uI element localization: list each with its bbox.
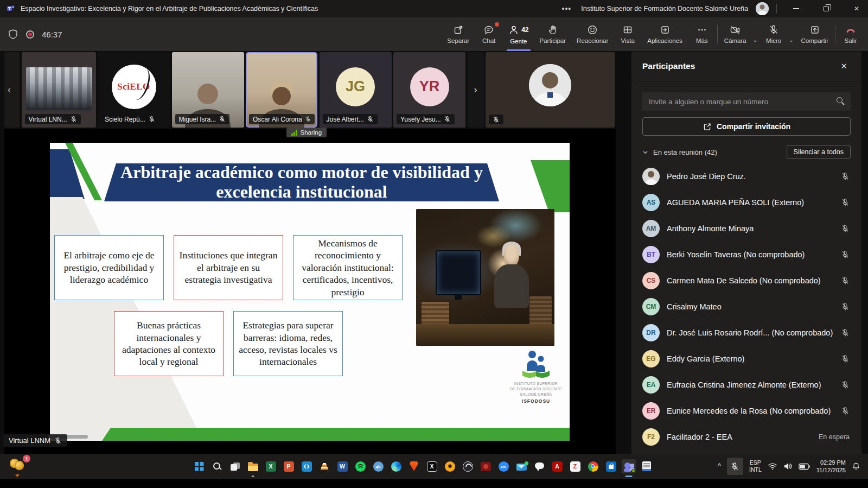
chrome-icon[interactable]: [586, 459, 600, 473]
logo-acronym: ISFODOSU: [502, 398, 570, 404]
video-tile-scielo[interactable]: SciELO Scielo Repú...: [98, 52, 170, 128]
tile-name-label: Scielo Repú...: [105, 116, 145, 123]
mic-off-icon: [493, 116, 500, 123]
participant-row[interactable]: ER Eunice Mercedes de la Rosa (No compro…: [631, 398, 861, 424]
teams-app-icon: [7, 4, 15, 13]
participant-row[interactable]: AS AGUEDA MARIA PEÑA SOLI (Externo): [631, 189, 861, 216]
windows-start-icon[interactable]: [192, 459, 206, 473]
mail-icon[interactable]: [514, 459, 528, 473]
toolbar-vista-button[interactable]: Vista: [615, 17, 641, 51]
panel-close-icon[interactable]: ✕: [837, 59, 851, 73]
participant-row[interactable]: F2 Facilitador 2 - EEA En espera: [631, 424, 861, 450]
file-explorer-icon[interactable]: [246, 459, 260, 473]
account-org-label: Instituto Superior de Formación Docente …: [581, 5, 748, 12]
participant-row[interactable]: CM Crisalmy Mateo: [631, 294, 861, 320]
apps-plus-icon: [660, 24, 671, 35]
toolbar-salir-button[interactable]: Salir: [838, 17, 864, 51]
mic-options-chevron-icon[interactable]: ⌄: [789, 26, 794, 43]
orange-app-icon[interactable]: [443, 459, 457, 473]
close-button[interactable]: ✕: [845, 0, 868, 17]
tray-mic-muted-button[interactable]: [727, 458, 743, 475]
red-app-icon[interactable]: [478, 459, 493, 473]
restore-button[interactable]: [815, 0, 838, 17]
participant-row[interactable]: EA Eufracia Cristina Jimenez Almonte (Ex…: [631, 372, 861, 398]
smiley-icon: [587, 24, 598, 35]
strip-next-chevron-icon[interactable]: ›: [468, 52, 484, 128]
chat-bubble-icon[interactable]: [532, 459, 546, 473]
recording-indicator-icon: [27, 31, 33, 37]
share-invitation-button[interactable]: Compartir invitación: [642, 117, 851, 136]
notes-app-icon[interactable]: [640, 459, 654, 473]
participant-row[interactable]: DR Dr. José Luis Rosario Rodrí... (No co…: [631, 320, 861, 346]
toolbar-chat-button[interactable]: Chat: [476, 17, 502, 51]
brave-icon[interactable]: [407, 459, 421, 473]
shared-screen-area: Arbitraje académico como motor de visibi…: [4, 129, 616, 454]
widget-coins-icon[interactable]: 1: [10, 458, 28, 475]
toolbar-participar-button[interactable]: Participar: [535, 17, 571, 51]
video-tile-miguel[interactable]: Miguel Isra...: [172, 52, 244, 128]
teams-taskbar-icon[interactable]: [622, 459, 636, 473]
zoom-icon[interactable]: zm: [496, 459, 510, 473]
in-meeting-section-header[interactable]: En esta reunión (42) Silenciar a todos: [642, 144, 851, 160]
clock[interactable]: 02:29 PM 11/12/2025: [816, 459, 846, 474]
mute-all-button[interactable]: Silenciar a todos: [787, 145, 851, 159]
titlebar-more-icon[interactable]: •••: [559, 4, 573, 13]
participant-row[interactable]: BT Berki Yoselin Taveras (No comprobado): [631, 242, 861, 268]
mic-off-icon: [841, 381, 850, 389]
toolbar-compartir-button[interactable]: Compartir: [797, 17, 833, 51]
toolbar-gente-button[interactable]: 42 Gente: [504, 17, 533, 51]
camera-options-chevron-icon[interactable]: ⌄: [753, 26, 758, 43]
photo-person: [491, 245, 533, 324]
qbittorrent-icon[interactable]: qb: [371, 459, 385, 473]
participant-row[interactable]: EG Eddy Garcia (Externo): [631, 346, 861, 372]
video-tile-yusefy[interactable]: YR Yusefy Jesu...: [393, 52, 465, 128]
video-tile-jose[interactable]: JG José Albert...: [320, 52, 392, 128]
vlc-icon[interactable]: [317, 459, 331, 473]
meeting-toolbar: 46:37 Separar Chat 42 Gente Participar R…: [0, 17, 868, 51]
strip-prev-chevron-icon[interactable]: ‹: [1, 52, 17, 128]
minimize-button[interactable]: [784, 0, 807, 17]
language-indicator[interactable]: ESP INTL: [749, 459, 762, 473]
mic-off-icon: [54, 437, 62, 445]
participant-row[interactable]: AM Anthony Almonte Minaya: [631, 216, 861, 242]
camera-off-icon: [729, 24, 741, 35]
toolbar-micro-button[interactable]: Micro: [761, 17, 787, 51]
toolbar-aplicaciones-button[interactable]: Aplicaciones: [643, 17, 687, 51]
obs-icon[interactable]: [461, 459, 475, 473]
edge-icon[interactable]: [389, 459, 403, 473]
tray-chevron-up-icon[interactable]: ^: [718, 462, 721, 470]
participant-row[interactable]: CS Carmen Mata De Salcedo (No comprobado…: [631, 268, 861, 294]
powerpoint-icon[interactable]: P: [282, 459, 296, 473]
notification-bell-icon[interactable]: [852, 462, 860, 471]
meeting-title: Espacio Investigativo: Excelencia y Rigo…: [21, 5, 318, 12]
participant-row[interactable]: Pedro José Diep Cruz.: [631, 163, 861, 189]
toolbar-mas-button[interactable]: Más: [689, 17, 715, 51]
presenter-label: Virtual LNNM: [3, 434, 67, 447]
account-avatar[interactable]: [756, 2, 769, 15]
invite-search-input[interactable]: [642, 92, 851, 111]
volume-icon[interactable]: [783, 462, 793, 471]
video-tile-virtual-lnnm[interactable]: Virtual LNN...: [22, 52, 96, 128]
zotero-icon[interactable]: Z: [568, 459, 582, 473]
photo-monitor: [436, 250, 481, 295]
video-tile-unnamed[interactable]: [486, 52, 615, 128]
photo-avatar: [642, 168, 660, 185]
battery-icon[interactable]: [799, 463, 810, 470]
wifi-icon[interactable]: [768, 462, 777, 471]
toolbar-camara-button[interactable]: Cámara: [720, 17, 751, 51]
sharing-indicator: Sharing: [286, 128, 327, 137]
toolbar-separar-button[interactable]: Separar: [443, 17, 474, 51]
vscode-icon[interactable]: ❮❯: [299, 459, 314, 473]
taskbar-search-icon[interactable]: [210, 459, 224, 473]
spotify-icon[interactable]: [353, 459, 367, 473]
word-icon[interactable]: W: [335, 459, 349, 473]
security-shield-icon[interactable]: [8, 29, 18, 40]
toolbar-reaccionar-button[interactable]: Reaccionar: [572, 17, 612, 51]
excel-icon[interactable]: X: [264, 459, 278, 473]
presentation-slide: Arbitraje académico como motor de visibi…: [50, 143, 570, 441]
microsoft-store-icon[interactable]: [604, 459, 618, 473]
task-view-icon[interactable]: [228, 459, 242, 473]
adobe-acrobat-icon[interactable]: A: [550, 459, 564, 473]
video-tile-oscar-active-speaker[interactable]: Oscar Ali Corona: [246, 52, 317, 128]
black-square-app-icon[interactable]: X: [425, 459, 439, 473]
